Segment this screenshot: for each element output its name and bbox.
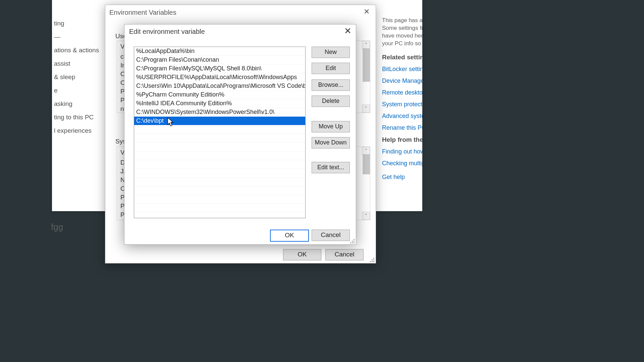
scroll-thumb[interactable] — [363, 48, 370, 82]
related-link[interactable]: System protection — [382, 101, 422, 108]
path-entry-blank[interactable] — [134, 160, 305, 169]
help-link[interactable]: Checking multiple L — [382, 160, 422, 167]
path-entry-blank[interactable] — [134, 169, 305, 178]
path-entry[interactable]: C:\Program Files\Conan\conan — [134, 56, 305, 64]
fgg-text: fgg — [51, 222, 63, 232]
path-entry-blank[interactable] — [134, 213, 305, 218]
path-entry[interactable]: %PyCharm Community Edition% — [134, 90, 305, 99]
path-entry-blank[interactable] — [134, 134, 305, 143]
path-entry[interactable]: C:\Users\Win 10\AppData\Local\Programs\M… — [134, 82, 305, 90]
path-entry-blank[interactable] — [134, 125, 305, 134]
move-down-button[interactable]: Move Down — [312, 137, 350, 148]
edit-button[interactable]: Edit — [312, 63, 350, 74]
edit-env-var-dialog: Edit environment variable ✕ %LocalAppDat… — [124, 24, 356, 245]
path-entry[interactable]: %LocalAppData%\bin — [134, 47, 305, 56]
path-entry[interactable]: C:\Program Files\MySQL\MySQL Shell 8.0\b… — [134, 64, 305, 73]
resize-grip-icon[interactable] — [369, 257, 374, 262]
help-link[interactable]: Finding out how ma processor has — [382, 148, 422, 155]
env-dialog-title: Environment Variables — [105, 5, 376, 20]
settings-side-panel: This page has a fewSome settings fromhav… — [382, 17, 422, 185]
close-icon[interactable]: ✕ — [340, 24, 356, 39]
path-entry-blank[interactable] — [134, 204, 305, 213]
ok-button[interactable]: OK — [270, 230, 309, 242]
scroll-down-icon[interactable]: ˅ — [362, 212, 370, 220]
delete-button[interactable]: Delete — [312, 96, 350, 107]
related-link[interactable]: BitLocker settings — [382, 66, 422, 73]
related-link[interactable]: Advanced system se — [382, 113, 422, 120]
get-help-link[interactable]: Get help — [382, 174, 422, 181]
path-entry[interactable]: C:\WINDOWS\System32\WindowsPowerShell\v1… — [134, 108, 305, 117]
resize-grip-icon[interactable] — [349, 238, 355, 243]
env-ok-button[interactable]: OK — [283, 249, 321, 260]
related-link[interactable]: Device Manager — [382, 77, 422, 84]
path-entries-list[interactable]: %LocalAppData%\binC:\Program Files\Conan… — [134, 47, 306, 218]
path-entry-blank[interactable] — [134, 152, 305, 160]
path-entry[interactable]: %USERPROFILE%\AppData\Local\Microsoft\Wi… — [134, 73, 305, 82]
path-entry-blank[interactable] — [134, 178, 305, 186]
path-entry-blank[interactable] — [134, 195, 305, 204]
related-link[interactable]: Remote desktop — [382, 89, 422, 96]
related-heading: Related settings — [382, 54, 422, 61]
move-up-button[interactable]: Move Up — [312, 121, 350, 132]
scroll-up-icon[interactable]: ˄ — [362, 147, 370, 155]
edit-text-button[interactable]: Edit text... — [312, 162, 350, 173]
new-button[interactable]: New — [312, 47, 350, 58]
related-link[interactable]: Rename this PC (adv — [382, 124, 422, 131]
help-heading: Help from the web — [382, 136, 422, 143]
scroll-down-icon[interactable]: ˅ — [362, 105, 370, 113]
path-entry-blank[interactable] — [134, 186, 305, 195]
edit-dialog-title: Edit environment variable — [124, 24, 356, 39]
browse-button[interactable]: Browse... — [312, 79, 350, 91]
cancel-button[interactable]: Cancel — [312, 230, 350, 241]
env-cancel-button[interactable]: Cancel — [325, 249, 364, 260]
path-entry-blank[interactable] — [134, 143, 305, 152]
scroll-up-icon[interactable]: ˄ — [362, 41, 370, 49]
scroll-thumb[interactable] — [363, 154, 370, 174]
close-icon[interactable]: ✕ — [358, 5, 376, 20]
path-entry[interactable]: %IntelliJ IDEA Community Edition% — [134, 99, 305, 108]
path-entry[interactable]: C:\dev\bpt — [134, 117, 305, 125]
